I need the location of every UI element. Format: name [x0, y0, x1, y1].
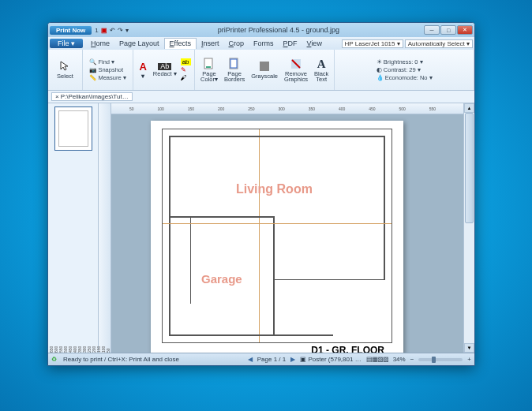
font-color-button[interactable]: A▾	[137, 51, 148, 88]
tab-insert[interactable]: Insert	[197, 39, 224, 47]
zoom-value: 34%	[393, 356, 406, 363]
brightness-icon: ☀	[377, 58, 382, 65]
highlight2-icon[interactable]: ✎	[181, 66, 191, 73]
maximize-button[interactable]: □	[440, 25, 456, 35]
grayscale-icon	[258, 60, 271, 73]
quick-access-toolbar: 1 ▣ ↶ ↷ ▾	[95, 27, 128, 34]
zoom-slider[interactable]	[418, 358, 463, 361]
measure-button[interactable]: 📏 Measure ▾	[89, 74, 126, 81]
close-tab-icon[interactable]: ×	[55, 93, 59, 100]
highlight-icon[interactable]: ab	[181, 58, 191, 65]
scroll-up-icon[interactable]: ▲	[464, 103, 474, 113]
snapshot-button[interactable]: 📷 Snapshot	[89, 66, 126, 73]
scroll-down-icon[interactable]: ▼	[464, 343, 474, 353]
paint-icon[interactable]: 🖌	[181, 74, 191, 81]
grayscale-button[interactable]: Grayscale	[249, 51, 280, 88]
zoom-in-icon[interactable]: +	[467, 356, 471, 363]
close-button[interactable]: ✕	[457, 25, 473, 35]
status-text: Ready to print / Ctrl+X: Print All and c…	[63, 356, 179, 363]
page-color-icon	[203, 58, 215, 70]
floor-plan	[162, 129, 392, 343]
contrast-icon: ◐	[377, 66, 382, 73]
horizontal-ruler: 50100150200250300350400450500550	[111, 103, 463, 114]
poster-indicator[interactable]: ▣ Poster (579,801 …	[300, 356, 361, 363]
print-now-button[interactable]: Print Now	[50, 26, 92, 35]
page-color-button[interactable]: PageColor▾	[198, 51, 220, 88]
menubar: File ▾ Home Page Layout Effects Insert C…	[48, 37, 474, 50]
ribbon: Select 🔍 Find ▾ 📷 Snapshot 📏 Measure ▾ A…	[48, 50, 474, 91]
redo-icon[interactable]: ↷	[118, 27, 123, 34]
app-window: Print Now 1 ▣ ↶ ↷ ▾ priPrinter Professio…	[47, 22, 475, 366]
economode-row[interactable]: 💧Economode: No ▾	[377, 74, 433, 81]
brightness-row[interactable]: ☀Brightness: 0 ▾	[377, 58, 433, 65]
remove-graphics-icon	[290, 58, 302, 70]
printer-select[interactable]: HP LaserJet 1015 ▾	[342, 39, 403, 48]
file-menu[interactable]: File ▾	[50, 39, 83, 48]
contrast-row[interactable]: ◐Contrast: 29 ▾	[377, 66, 433, 73]
workspace: 5010015020025030035040045050055060065070…	[48, 103, 474, 353]
window-title: priPrinter Professional 4.5 - ground.jpg	[133, 26, 424, 34]
scroll-thumb[interactable]	[465, 113, 474, 223]
zoom-out-icon[interactable]: −	[410, 356, 414, 363]
status-bar: ♻ Ready to print / Ctrl+X: Print All and…	[48, 353, 474, 365]
view-buttons[interactable]: ▤▦▧▨	[366, 356, 388, 363]
document-tab[interactable]: × P:\Pelikan\Images\Tut…	[51, 92, 133, 101]
pdf-icon[interactable]: ▣	[101, 27, 107, 34]
document-tab-bar: × P:\Pelikan\Images\Tut…	[48, 91, 474, 103]
tab-page-layout[interactable]: Page Layout	[114, 39, 164, 47]
page-preview[interactable]: Living Room Garage D1 - GR. FLOOR	[151, 121, 403, 353]
cursor-icon	[58, 60, 71, 73]
tab-pdf[interactable]: PDF	[279, 39, 302, 47]
tab-effects[interactable]: Effects	[164, 38, 197, 49]
floor-title-label: D1 - GR. FLOOR	[311, 345, 384, 353]
svg-rect-1	[206, 66, 211, 68]
tab-view[interactable]: View	[302, 39, 327, 47]
canvas-area[interactable]: Living Room Garage D1 - GR. FLOOR	[111, 114, 463, 353]
vertical-scrollbar[interactable]: ▲ ▼	[463, 103, 474, 353]
undo-icon[interactable]: ↶	[110, 27, 115, 34]
page-indicator: Page 1 / 1	[257, 356, 286, 363]
recycle-icon[interactable]: ♻	[51, 356, 57, 363]
tab-crop[interactable]: Crop	[224, 39, 249, 47]
svg-rect-4	[260, 62, 269, 71]
qat-page-number: 1	[95, 27, 98, 34]
living-room-label: Living Room	[236, 182, 313, 196]
tab-home[interactable]: Home	[86, 39, 114, 47]
qat-dropdown-icon[interactable]: ▾	[126, 27, 129, 34]
page-borders-icon	[228, 58, 241, 70]
economode-icon: 💧	[377, 74, 384, 81]
find-button[interactable]: 🔍 Find ▾	[89, 58, 126, 65]
titlebar: Print Now 1 ▣ ↶ ↷ ▾ priPrinter Professio…	[48, 23, 474, 37]
tab-forms[interactable]: Forms	[249, 39, 279, 47]
tray-select[interactable]: Automatically Select ▾	[405, 39, 473, 48]
page-borders-button[interactable]: PageBorders	[222, 51, 247, 88]
redact-button[interactable]: Ab Redact ▾	[151, 51, 179, 88]
select-tool[interactable]: Select	[54, 51, 76, 88]
black-text-button[interactable]: ABlackText	[312, 51, 331, 88]
minimize-button[interactable]: ─	[424, 25, 440, 35]
remove-graphics-button[interactable]: RemoveGraphics	[282, 51, 310, 88]
garage-label: Garage	[201, 272, 242, 286]
vertical-ruler: 5010015020025030035040045050055060065070…	[99, 103, 111, 353]
